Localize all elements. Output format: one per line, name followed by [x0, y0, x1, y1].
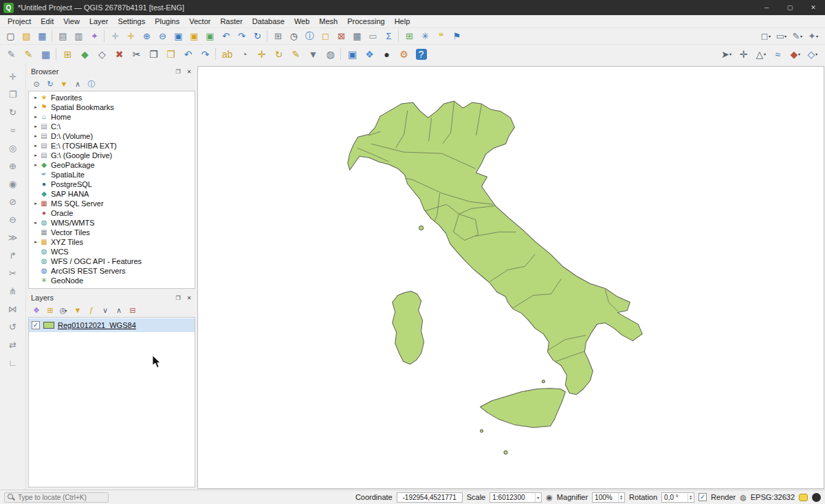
move-feature-button[interactable]: ✛	[5, 69, 21, 84]
spin-down-icon[interactable]: ▾	[690, 497, 692, 501]
browser-item-favorites[interactable]: ▸ ★ Favorites	[29, 93, 195, 102]
browser-item-xyz-tiles[interactable]: ▸ ▦ XYZ Tiles	[29, 237, 195, 247]
new-3d-map-button[interactable]: ⊞	[270, 29, 285, 44]
map-canvas[interactable]	[197, 66, 824, 489]
new-print-layout-button[interactable]: ▤	[54, 29, 70, 44]
reshape-features-button[interactable]: ↱	[5, 248, 21, 263]
browser-item-vector-tiles[interactable]: ▦ Vector Tiles	[29, 228, 195, 237]
close-layers-panel-button[interactable]: ✕	[184, 294, 194, 302]
scale-lock-icon[interactable]: ◉	[546, 494, 553, 501]
copy-features-button[interactable]: ❐	[144, 46, 162, 63]
close-button[interactable]: ✕	[802, 0, 825, 15]
browser-item-arcgis[interactable]: ◍ ArcGIS REST Servers	[29, 266, 195, 276]
combo-arrow-icon[interactable]: ▾	[535, 493, 539, 502]
labeling-options-button[interactable]: ab	[218, 46, 235, 63]
maximize-button[interactable]: ▢	[778, 0, 802, 15]
merge-features-button[interactable]: ⋈	[5, 301, 21, 316]
menu-processing[interactable]: Processing	[342, 15, 389, 28]
expand-arrow-icon[interactable]: ▸	[32, 105, 39, 110]
offset-point-symbol-button[interactable]: ⇄	[5, 337, 21, 352]
add-group-button[interactable]: ⊞	[43, 304, 56, 316]
browser-item-wms[interactable]: ▸ ◍ WMS/WMTS	[29, 218, 195, 228]
new-project-button[interactable]: ▢	[2, 29, 18, 44]
browser-item-postgresql[interactable]: ● PostgreSQL	[29, 179, 195, 189]
rotate-point-symbols-button[interactable]: ↺	[5, 319, 21, 334]
simplify-feature-button[interactable]: ≈	[5, 122, 21, 138]
delete-selected-button[interactable]: ✖	[110, 46, 127, 63]
help-contents-button[interactable]: ?	[412, 46, 429, 63]
browser-item-geonode[interactable]: ✳ GeoNode	[29, 276, 195, 285]
vertex-marker-dropdown-button[interactable]: ◆ ▾	[786, 46, 803, 63]
layer-styling-button[interactable]: ❖	[30, 304, 42, 316]
browser-item-oracle[interactable]: ● Oracle	[29, 208, 195, 218]
browser-item-wfs[interactable]: ◍ WFS / OGC API - Features	[29, 256, 195, 266]
pan-to-selection-button[interactable]: ✛	[122, 29, 138, 44]
undo-button[interactable]: ↶	[179, 46, 196, 63]
browser-refresh-button[interactable]: ↻	[43, 78, 56, 90]
offset-curve-button[interactable]: ≫	[5, 230, 21, 245]
rotate-feature-button[interactable]: ↻	[5, 105, 21, 120]
menu-view[interactable]: View	[58, 15, 85, 28]
menu-layer[interactable]: Layer	[85, 15, 113, 28]
browser-search-button[interactable]: ⊙	[30, 78, 42, 90]
browser-item-mssql[interactable]: ▸ ▦ MS SQL Server	[29, 199, 195, 208]
minimize-button[interactable]: ─	[755, 0, 778, 15]
locator-input[interactable]	[18, 494, 105, 501]
zoom-to-layer-button[interactable]: ▣	[201, 29, 217, 44]
filter-legend-button[interactable]: ▼	[71, 304, 83, 316]
add-ring-button[interactable]: ◎	[5, 140, 21, 155]
python-console-button[interactable]: ▣	[343, 46, 360, 63]
temporal-controller-button[interactable]: ◷	[285, 29, 301, 44]
diagram-options-button[interactable]: ◔	[235, 46, 252, 63]
coordinate-field[interactable]: -192954,4521771	[397, 492, 463, 503]
quickmapservices-button[interactable]: ●	[377, 46, 395, 63]
vertex-tool-button[interactable]: ◇	[93, 46, 110, 63]
show-hidden-labels-button[interactable]: ◍	[321, 46, 338, 63]
browser-item-drive-e[interactable]: ▸ ▤ E:\ (TOSHIBA EXT)	[29, 141, 195, 151]
delete-ring-button[interactable]: ⊘	[5, 194, 21, 209]
float-layers-panel-button[interactable]: ❐	[173, 294, 183, 302]
messages-balloon-button[interactable]	[799, 494, 808, 501]
settings-tools-button[interactable]: ⚙	[395, 46, 412, 63]
construction-dropdown-button[interactable]: ◇ ▾	[803, 46, 820, 63]
measure-line-button[interactable]: ▭	[364, 29, 380, 44]
expand-arrow-icon[interactable]: ▸	[32, 114, 39, 120]
split-features-button[interactable]: ✂	[5, 265, 21, 281]
remove-layer-button[interactable]: ⊟	[126, 304, 138, 316]
browser-item-home[interactable]: ▸ ⌂ Home	[29, 112, 195, 122]
zoom-full-button[interactable]: ▣	[170, 29, 186, 44]
menu-mesh[interactable]: Mesh	[314, 15, 342, 28]
rotate-label-button[interactable]: ↻	[270, 46, 287, 63]
expand-arrow-icon[interactable]: ▸	[32, 95, 39, 100]
save-project-button[interactable]: ▦	[34, 29, 50, 44]
browser-item-drive-c[interactable]: ▸ ▤ C:\	[29, 122, 195, 131]
zoom-last-button[interactable]: ↶	[217, 29, 233, 44]
pin-labels-button[interactable]: ▼	[304, 46, 321, 63]
select-features-dropdown-button[interactable]: ➤ ▾	[717, 46, 734, 63]
map-themes-button[interactable]: ◎ ▾	[57, 304, 69, 316]
magnifier-spinbox[interactable]: 100% ▴ ▾	[592, 492, 625, 503]
expand-arrow-icon[interactable]: ▸	[32, 153, 39, 158]
copy-move-feature-button[interactable]: ❐	[5, 87, 21, 102]
cut-features-button[interactable]: ✂	[127, 46, 144, 63]
menu-project[interactable]: Project	[3, 15, 36, 28]
add-part-button[interactable]: ⊕	[5, 158, 21, 173]
delete-part-button[interactable]: ⊖	[5, 212, 21, 227]
deselect-features-button[interactable]: ⊠	[333, 29, 349, 44]
zoom-in-button[interactable]: ⊕	[138, 29, 154, 44]
processing-toolbox-button[interactable]: ✳	[417, 29, 432, 44]
float-browser-panel-button[interactable]: ❐	[173, 67, 183, 76]
select-features-button[interactable]: ◻	[317, 29, 333, 44]
data-source-manager-button[interactable]: ⊞	[401, 29, 417, 44]
current-edits-button[interactable]: ✎	[2, 46, 19, 63]
save-layer-edits-button[interactable]: ▦	[36, 46, 54, 63]
browser-properties-button[interactable]: ⓘ	[85, 78, 97, 90]
browser-item-geopackage[interactable]: ▸ ◆ GeoPackage	[29, 160, 195, 170]
browser-item-wcs[interactable]: ◍ WCS	[29, 247, 195, 256]
layer-visibility-checkbox[interactable]: ✓	[32, 321, 40, 329]
rotation-spinbox[interactable]: 0,0 ° ▴ ▾	[661, 492, 694, 503]
log-messages-button[interactable]	[812, 493, 821, 502]
filter-expression-button[interactable]: ƒ	[85, 304, 97, 316]
fill-ring-button[interactable]: ◉	[5, 176, 21, 191]
locator-search[interactable]	[4, 492, 109, 503]
